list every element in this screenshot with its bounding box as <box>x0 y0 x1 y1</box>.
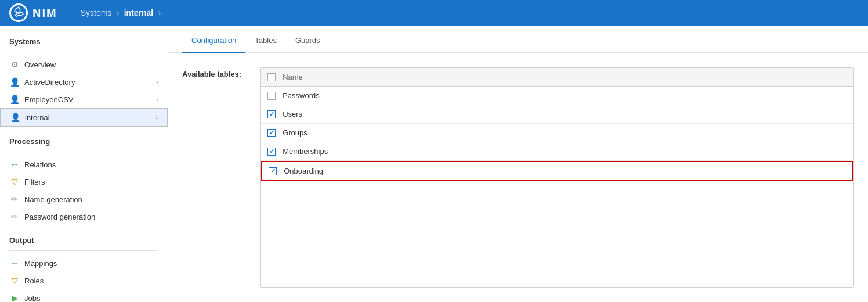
logo: NIM <box>9 3 57 22</box>
sidebar: Systems ⚙ Overview 👤 ActiveDirectory › 👤… <box>0 26 168 302</box>
breadcrumb-systems[interactable]: Systems <box>76 8 117 17</box>
sidebar-item-passgen[interactable]: ✏ Password generation <box>0 208 168 225</box>
memberships-checkbox[interactable] <box>267 148 276 156</box>
topbar: NIM Systems › internal › <box>0 0 868 26</box>
tables-grid: Name Passwords Users Groups <box>260 67 854 288</box>
table-row: Users <box>261 105 853 124</box>
sidebar-item-label: internal <box>25 113 155 122</box>
onboarding-checkbox[interactable] <box>269 167 277 175</box>
row-name-groups: Groups <box>283 128 847 137</box>
sidebar-item-label: Password generation <box>24 213 158 221</box>
grid-empty-space <box>261 181 853 286</box>
processing-divider <box>9 152 158 152</box>
chevron-right-icon: › <box>155 114 158 121</box>
sidebar-item-employeecsv[interactable]: 👤 EmployeeCSV › <box>0 91 168 108</box>
table-row: Passwords <box>261 87 853 105</box>
output-section-title: Output <box>0 231 168 247</box>
sidebar-item-label: Overview <box>24 60 158 69</box>
roles-icon: ▽ <box>9 275 20 286</box>
systems-section-title: Systems <box>0 33 168 48</box>
users-checkbox[interactable] <box>267 110 276 118</box>
tab-configuration[interactable]: Configuration <box>182 29 245 53</box>
groups-checkbox[interactable] <box>267 129 276 137</box>
row-name-passwords: Passwords <box>283 91 847 100</box>
tabs-bar: Configuration Tables Guards <box>168 26 868 53</box>
jobs-icon: ▶ <box>9 293 20 302</box>
header-checkbox[interactable] <box>267 73 276 81</box>
chevron-right-icon: › <box>156 78 158 85</box>
breadcrumb: Systems › internal › <box>76 8 161 18</box>
sidebar-item-label: Roles <box>24 276 158 285</box>
row-name-memberships: Memberships <box>283 147 847 156</box>
content-area: Configuration Tables Guards Available ta… <box>168 26 868 302</box>
sidebar-item-label: EmployeeCSV <box>24 95 156 104</box>
sidebar-item-internal[interactable]: 👤 internal › <box>0 108 168 127</box>
grid-header: Name <box>261 68 853 87</box>
sidebar-item-namegen[interactable]: ✏ Name generation <box>0 190 168 208</box>
main-layout: Systems ⚙ Overview 👤 ActiveDirectory › 👤… <box>0 26 868 302</box>
grid-header-name: Name <box>283 73 847 81</box>
people-icon: 👤 <box>10 112 20 123</box>
breadcrumb-end-arrow: › <box>158 8 161 18</box>
table-row: Groups <box>261 124 853 142</box>
tab-tables[interactable]: Tables <box>245 29 286 53</box>
sidebar-item-activedirectory[interactable]: 👤 ActiveDirectory › <box>0 73 168 91</box>
processing-section-title: Processing <box>0 132 168 148</box>
sidebar-item-label: Relations <box>24 160 158 169</box>
people-icon: 👤 <box>9 77 20 87</box>
table-row: Memberships <box>261 142 853 161</box>
sidebar-item-label: Name generation <box>24 195 158 204</box>
mappings-icon: ↔ <box>9 258 20 268</box>
gear-icon: ⚙ <box>9 59 20 70</box>
people-icon: 👤 <box>9 94 20 105</box>
filter-icon: ▽ <box>9 177 20 187</box>
namegen-icon: ✏ <box>9 194 20 204</box>
table-row-onboarding: Onboarding <box>261 161 853 181</box>
sidebar-item-label: Mappings <box>24 259 158 268</box>
breadcrumb-internal[interactable]: internal <box>120 8 158 17</box>
sidebar-item-overview[interactable]: ⚙ Overview <box>0 56 168 73</box>
logo-icon <box>9 3 28 22</box>
passgen-icon: ✏ <box>9 211 20 222</box>
sidebar-item-label: ActiveDirectory <box>24 78 156 87</box>
tab-guards[interactable]: Guards <box>286 29 330 53</box>
relation-icon: ↔ <box>9 159 20 170</box>
sidebar-item-roles[interactable]: ▽ Roles <box>0 272 168 289</box>
sidebar-item-relations[interactable]: ↔ Relations <box>0 156 168 173</box>
chevron-right-icon: › <box>156 96 158 103</box>
svg-point-1 <box>17 12 20 14</box>
sidebar-item-label: Jobs <box>24 294 158 303</box>
tab-content-configuration: Available tables: Name Passwords Users <box>168 53 868 302</box>
sidebar-item-filters[interactable]: ▽ Filters <box>0 173 168 190</box>
available-tables-label: Available tables: <box>182 67 241 288</box>
sidebar-item-jobs[interactable]: ▶ Jobs <box>0 289 168 302</box>
row-name-onboarding: Onboarding <box>284 167 845 175</box>
sidebar-item-mappings[interactable]: ↔ Mappings <box>0 254 168 272</box>
sidebar-item-label: Filters <box>24 178 158 186</box>
breadcrumb-separator: › <box>116 8 119 18</box>
systems-divider <box>9 52 158 52</box>
output-divider <box>9 250 158 251</box>
logo-text: NIM <box>32 6 57 20</box>
row-name-users: Users <box>283 110 847 118</box>
passwords-checkbox[interactable] <box>267 92 276 100</box>
